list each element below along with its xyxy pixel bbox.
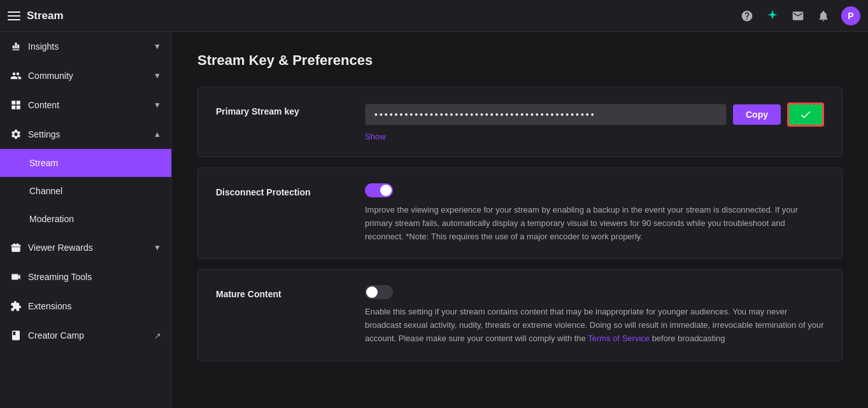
people-icon <box>10 70 22 81</box>
disconnect-toggle-wrap <box>365 183 824 197</box>
menu-button[interactable] <box>8 10 20 22</box>
help-icon[interactable] <box>739 8 755 24</box>
toggle-thumb <box>380 185 392 196</box>
card-mature-content: Mature Content Enable this setting if yo… <box>197 269 843 361</box>
chevron-down-icon: ▼ <box>153 71 161 80</box>
gear-icon <box>10 129 22 140</box>
sidebar-item-stream[interactable]: Stream <box>0 149 171 177</box>
video-icon <box>10 271 22 283</box>
toggle-track <box>365 183 393 197</box>
sidebar-label-moderation: Moderation <box>29 214 74 224</box>
sparkle-icon[interactable] <box>765 8 780 24</box>
sidebar-label-insights: Insights <box>28 41 59 52</box>
book-icon <box>10 330 22 341</box>
sidebar-item-moderation[interactable]: Moderation <box>0 205 171 233</box>
gift-icon <box>10 242 22 253</box>
sidebar: Insights ▼ Community ▼ Content ▼ Setting… <box>0 32 172 408</box>
stream-key-label: Primary Stream key <box>216 102 350 116</box>
sidebar-item-viewer-rewards[interactable]: Viewer Rewards ▼ <box>0 233 171 262</box>
sidebar-item-community[interactable]: Community ▼ <box>0 61 171 90</box>
confirm-copy-button[interactable] <box>787 102 824 127</box>
chevron-down-icon: ▼ <box>153 101 161 109</box>
main-content: Stream Key & Preferences Primary Stream … <box>172 32 868 408</box>
topbar-title: Stream <box>27 10 64 22</box>
sidebar-label-creator-camp: Creator Camp <box>28 330 84 341</box>
sidebar-item-insights[interactable]: Insights ▼ <box>0 32 171 61</box>
stream-key-row: Primary Stream key Copy Show <box>216 102 824 141</box>
topbar-right: P <box>739 6 860 25</box>
copy-button[interactable]: Copy <box>733 104 781 125</box>
mature-content-row: Mature Content Enable this setting if yo… <box>216 285 824 345</box>
sidebar-item-channel[interactable]: Channel <box>0 177 171 205</box>
toggle-thumb <box>366 286 378 298</box>
mature-description: Enable this setting if your stream conta… <box>365 306 824 345</box>
disconnect-toggle[interactable] <box>365 183 393 197</box>
stream-key-input-row: Copy <box>365 102 824 127</box>
sidebar-item-streaming-tools[interactable]: Streaming Tools <box>0 262 171 292</box>
stream-key-content: Copy Show <box>365 102 824 141</box>
puzzle-icon <box>10 300 22 312</box>
disconnect-description: Improve the viewing experience for your … <box>365 204 824 243</box>
bar-chart-icon <box>10 41 22 52</box>
mature-toggle-wrap <box>365 285 824 299</box>
sidebar-label-streaming-tools: Streaming Tools <box>28 272 92 282</box>
terms-of-service-link[interactable]: Terms of Service <box>588 334 650 343</box>
notification-icon[interactable] <box>816 8 831 24</box>
sidebar-label-community: Community <box>28 71 73 81</box>
show-link[interactable]: Show <box>365 132 386 141</box>
topbar-left: Stream <box>8 10 64 22</box>
sidebar-item-content[interactable]: Content ▼ <box>0 90 171 120</box>
card-disconnect-protection: Disconnect Protection Improve the viewin… <box>197 167 843 259</box>
mail-icon[interactable] <box>790 8 806 24</box>
card-primary-stream-key: Primary Stream key Copy Show <box>197 87 843 157</box>
external-link-icon: ↗ <box>154 331 161 341</box>
mature-toggle[interactable] <box>365 285 393 299</box>
sidebar-label-viewer-rewards: Viewer Rewards <box>28 243 93 253</box>
disconnect-protection-row: Disconnect Protection Improve the viewin… <box>216 183 824 243</box>
layout-icon <box>10 99 22 111</box>
chevron-down-icon: ▼ <box>153 243 161 252</box>
sidebar-label-stream: Stream <box>29 158 58 168</box>
page-title: Stream Key & Preferences <box>197 52 843 69</box>
stream-key-input[interactable] <box>365 104 727 125</box>
sidebar-label-channel: Channel <box>29 186 62 196</box>
chevron-down-icon: ▼ <box>153 42 161 51</box>
topbar: Stream P <box>0 0 868 32</box>
sidebar-item-creator-camp[interactable]: Creator Camp ↗ <box>0 321 171 350</box>
sidebar-label-extensions: Extensions <box>28 301 71 311</box>
avatar[interactable]: P <box>841 6 860 25</box>
mature-content-label: Mature Content <box>216 285 350 299</box>
mature-content-content: Enable this setting if your stream conta… <box>365 285 824 345</box>
main-layout: Insights ▼ Community ▼ Content ▼ Setting… <box>0 32 868 408</box>
sidebar-label-settings: Settings <box>28 129 60 139</box>
sidebar-label-content: Content <box>28 100 59 110</box>
chevron-up-icon: ▲ <box>153 130 161 139</box>
sidebar-item-settings[interactable]: Settings ▲ <box>0 120 171 149</box>
sidebar-item-extensions[interactable]: Extensions <box>0 292 171 321</box>
disconnect-protection-label: Disconnect Protection <box>216 183 350 197</box>
disconnect-protection-content: Improve the viewing experience for your … <box>365 183 824 243</box>
toggle-track <box>365 285 393 299</box>
